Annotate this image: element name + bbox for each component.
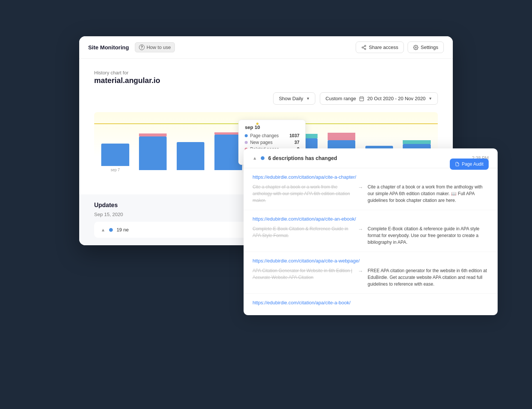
bar-group-2 <box>136 133 170 172</box>
date-range-dropdown[interactable]: Custom range 20 Oct 2020 - 20 Nov 2020 ▼ <box>320 92 438 105</box>
overlay-old-text-2: APA Citation Generator for Website in 6t… <box>253 267 353 281</box>
overlay-old-text-1: Complete E-Book Citation & Reference Gui… <box>253 225 353 239</box>
gear-icon <box>413 45 418 50</box>
bar-teal-9 <box>403 140 430 144</box>
overlay-new-text-0: Cite a chapter of a book or a work from … <box>368 184 489 204</box>
svg-line-4 <box>363 46 365 47</box>
chart-controls: Show Daily ▼ Custom range 20 Oct 2020 - … <box>94 92 438 105</box>
overlay-content-row-1: Complete E-Book Citation & Reference Gui… <box>253 225 489 246</box>
update-indicator-dot <box>109 228 113 232</box>
bar-blue-1 <box>101 144 129 166</box>
share-icon <box>361 45 366 50</box>
svg-point-0 <box>365 45 366 47</box>
overlay-new-text-2: FREE APA citation generator for the webs… <box>368 267 489 287</box>
bar-pink-7 <box>328 133 355 140</box>
help-icon: ? <box>139 44 145 50</box>
overlay-content-row-0: Cite a chapter of a book or a work from … <box>253 184 489 204</box>
brand-title: Site Monitoring <box>88 44 129 50</box>
overlay-arrow-icon-2: → <box>358 268 363 274</box>
overlay-url-2[interactable]: https://edubirdie.com/citation/apa/cite-… <box>253 258 489 264</box>
overlay-url-1[interactable]: https://edubirdie.com/citation/apa/cite-… <box>253 216 489 222</box>
bar-group-1: sep 7 <box>98 144 133 172</box>
date-dropdown-arrow-icon: ▼ <box>429 96 432 101</box>
calendar-icon <box>359 96 364 101</box>
navbar: Site Monitoring ? How to use Share acces… <box>79 36 453 59</box>
tooltip-row-0: Page changes 1037 <box>245 133 299 138</box>
overlay-arrow-icon-1: → <box>358 226 363 232</box>
svg-rect-6 <box>360 97 364 101</box>
overlay-item-3: https://edubirdie.com/citation/apa/cite-… <box>244 294 498 315</box>
svg-point-5 <box>415 47 417 48</box>
tooltip-dot-1 <box>245 141 248 144</box>
overlay-collapse-icon[interactable]: ▲ <box>253 156 257 161</box>
overlay-item-top-0: https://edubirdie.com/citation/apa/cite-… <box>253 174 489 184</box>
overlay-group-title: 6 descriptions has changed <box>268 155 468 161</box>
svg-point-2 <box>365 48 366 50</box>
navbar-actions: Share access Settings <box>356 41 444 53</box>
expand-icon[interactable]: ▲ <box>101 227 105 233</box>
tooltip-row-1: New pages 37 <box>245 140 299 145</box>
overlay-indicator-dot <box>261 156 265 160</box>
bar-pink-2 <box>139 133 167 136</box>
overlay-url-3[interactable]: https://edubirdie.com/citation/apa/cite-… <box>253 300 489 305</box>
settings-button[interactable]: Settings <box>408 41 444 53</box>
overlay-item-2: https://edubirdie.com/citation/apa/cite-… <box>244 252 498 294</box>
tooltip-dot-0 <box>245 134 248 137</box>
bar-blue-3 <box>177 142 204 170</box>
share-access-button[interactable]: Share access <box>356 41 404 53</box>
site-name: material.angular.io <box>94 76 438 85</box>
svg-point-1 <box>362 47 364 48</box>
bar-group-3 <box>173 142 208 172</box>
overlay-item-1: https://edubirdie.com/citation/apa/cite-… <box>244 210 498 252</box>
bar-blue-2 <box>139 136 167 170</box>
dropdown-arrow-icon: ▼ <box>306 96 310 101</box>
history-label: History chart for <box>94 70 438 76</box>
page-audit-button[interactable]: Page Audit <box>450 159 489 170</box>
svg-line-3 <box>363 47 365 48</box>
overlay-url-0[interactable]: https://edubirdie.com/citation/apa/cite-… <box>253 174 356 180</box>
show-daily-dropdown[interactable]: Show Daily ▼ <box>273 92 315 105</box>
overlay-item-0: https://edubirdie.com/citation/apa/cite-… <box>244 168 498 210</box>
how-to-use-button[interactable]: ? How to use <box>135 42 175 52</box>
overlay-old-text-0: Cite a chapter of a book or a work from … <box>253 184 353 204</box>
overlay-arrow-icon-0: → <box>358 184 363 190</box>
overlay-new-text-1: Complete E-Book citation & reference gui… <box>368 225 489 246</box>
overlay-content-row-2: APA Citation Generator for Website in 6t… <box>253 267 489 287</box>
bar-blue-4 <box>214 135 242 170</box>
change-overlay-panel: ▲ 6 descriptions has changed 2:38 PM htt… <box>244 148 498 315</box>
document-icon <box>455 162 460 166</box>
